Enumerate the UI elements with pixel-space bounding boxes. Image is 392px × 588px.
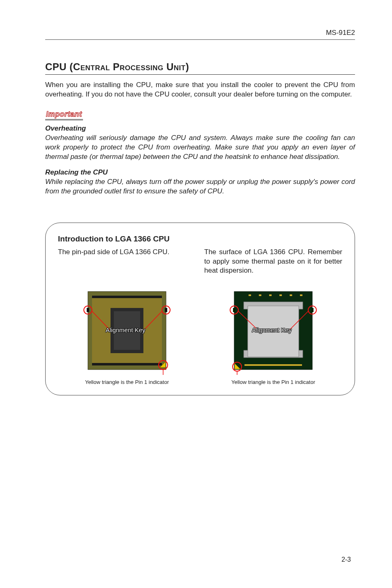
cpu-pinpad-figure: Alignment Key [82,285,172,376]
right-column: The surface of LGA 1366 CPU. Remember to… [204,248,342,385]
intro-paragraph: When you are installing the CPU, make su… [45,80,355,99]
overheating-head: Overheating [45,124,355,133]
important-badge: Important [45,110,83,120]
svg-rect-19 [269,294,272,296]
page: MS-91E2 CPU (Central Processing Unit) Wh… [0,0,392,588]
content-area: CPU (Central Processing Unit) When you a… [45,61,355,395]
svg-rect-20 [279,294,282,296]
svg-rect-6 [92,363,162,365]
svg-rect-21 [290,294,292,296]
left-caption: The pin-pad side of LGA 1366 CPU. [58,248,196,278]
box-title: Introduction to LGA 1366 CPU [58,234,342,243]
pin1-caption-left: Yellow triangle is the Pin 1 indicator [58,379,196,385]
replacing-body: While replacing the CPU, always turn off… [45,177,355,196]
svg-rect-18 [259,294,261,296]
overheating-body: Overheating will seriously damage the CP… [45,133,355,162]
alignment-key-label-left: Alignment Key [106,326,145,333]
svg-rect-27 [311,308,314,312]
alignment-key-label-right: Alignment Key [252,326,292,333]
lga-intro-box: Introduction to LGA 1366 CPU The pin-pad… [45,223,355,395]
svg-rect-5 [92,296,162,298]
title-suffix: ) [186,61,189,72]
svg-rect-7 [87,308,89,312]
svg-rect-22 [300,294,302,296]
right-caption: The surface of LGA 1366 CPU. Remember to… [204,248,342,278]
title-prefix: CPU ( [45,61,73,72]
page-header: MS-91E2 [45,29,355,40]
title-smallcaps: Central Processing Unit [73,61,186,72]
replacing-head: Replacing the CPU [45,168,355,177]
svg-rect-8 [165,308,167,312]
left-column: The pin-pad side of LGA 1366 CPU. [58,248,196,385]
page-number: 2-3 [341,556,351,563]
cpu-surface-figure: Alignment Key [228,285,318,376]
section-title: CPU (Central Processing Unit) [45,61,355,75]
two-column-layout: The pin-pad side of LGA 1366 CPU. [58,248,342,385]
svg-rect-26 [233,308,235,312]
pin1-caption-right: Yellow triangle is the Pin 1 indicator [204,379,342,385]
doc-id: MS-91E2 [326,29,355,37]
svg-rect-23 [244,364,302,366]
svg-rect-17 [249,294,251,296]
